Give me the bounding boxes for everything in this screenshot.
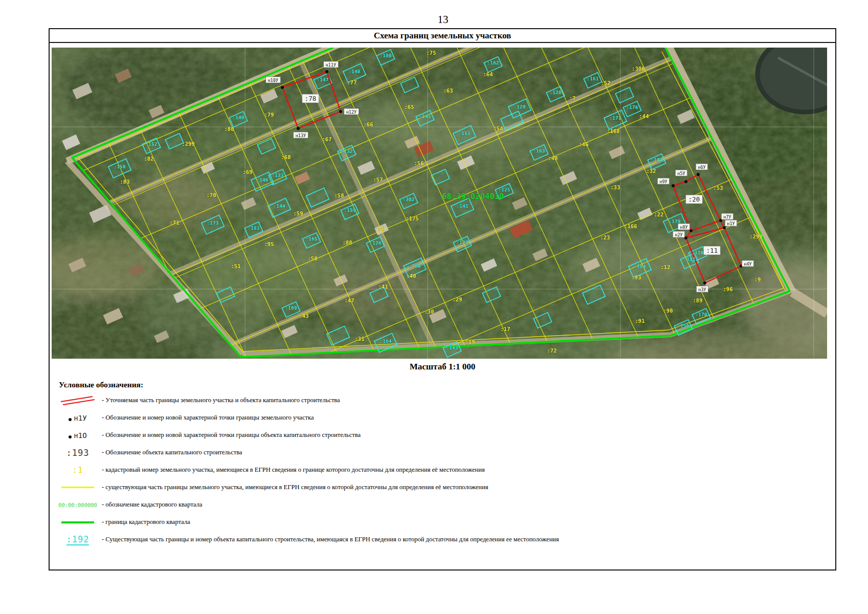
parcel-number-label: :32 bbox=[647, 168, 656, 174]
legend-item-text: - обозначение кадастрового квартала bbox=[99, 501, 202, 509]
point-dot-icon bbox=[69, 418, 72, 421]
parcel-number-label: :95 bbox=[264, 241, 274, 247]
parcel-number-label: :63 bbox=[443, 87, 453, 94]
legend-row: - граница кадастрового квартала bbox=[57, 515, 827, 529]
parcel-number-label: :64 bbox=[483, 71, 493, 77]
building-number-label: :180 bbox=[380, 53, 392, 58]
scale-label: Масштаб 1:1 000 bbox=[50, 362, 835, 372]
building-number-label: :145 bbox=[419, 114, 431, 119]
parcel-number-label: :7 bbox=[569, 95, 576, 101]
parcel-number-label: :82 bbox=[144, 156, 154, 162]
building-number-label: :184 bbox=[634, 264, 646, 269]
parcel-number-label: :80 bbox=[225, 126, 234, 132]
text-dark-symbol: :193 bbox=[57, 448, 99, 458]
parcel-number-label: :83 bbox=[120, 179, 130, 185]
legend-item-text: - Обозначение и номер новой характерной … bbox=[99, 431, 361, 439]
parcel-number-label: :75 bbox=[427, 50, 436, 56]
parcel-number-label: :72 bbox=[547, 347, 557, 354]
parcel-number-label: :22 bbox=[654, 211, 664, 217]
text-cyan-symbol: :192 bbox=[57, 534, 99, 545]
legend-header: Условные обозначения: bbox=[59, 380, 143, 389]
parcel-number-label: :298 bbox=[749, 233, 762, 239]
legend-item-text: - Обозначение и номер новой характерной … bbox=[99, 414, 314, 422]
parcel-number-label: :4 bbox=[377, 226, 384, 232]
building-number-label: :171 bbox=[610, 115, 621, 121]
parcel-number-label: :59 bbox=[294, 210, 303, 216]
document-page: 13 Схема границ земельных участков bbox=[0, 0, 868, 614]
building-number-label: :128 bbox=[550, 90, 562, 95]
parcel-number-label: :47 bbox=[345, 297, 354, 303]
building-number-label: :156 bbox=[678, 323, 689, 328]
building-number-label: :159 bbox=[344, 207, 356, 213]
parcel-number-label: :17 bbox=[501, 326, 510, 332]
parcel-number-label: :53 bbox=[714, 185, 723, 191]
building-number-label: :153 bbox=[459, 130, 471, 136]
legend-item-text: - граница кадастрового квартала bbox=[99, 518, 190, 526]
parcel-number-label: :67 bbox=[322, 136, 332, 142]
parcel-number-label: :58 bbox=[335, 192, 344, 199]
point-number-label: н10У bbox=[268, 78, 278, 83]
legend-item-text: - Существующая часть границы и номер объ… bbox=[99, 536, 559, 543]
parcel-number-label: :70 bbox=[207, 192, 216, 198]
parcel-number-label: :88 bbox=[343, 239, 352, 246]
red-parcel-number-label: :11 bbox=[706, 247, 718, 254]
parcel-number-label: :30 bbox=[425, 309, 434, 315]
parcel-number-label: :12 bbox=[661, 264, 671, 270]
building-number-label: :160 bbox=[409, 263, 421, 269]
building-number-label: :133 bbox=[272, 172, 284, 178]
legend-row: :193- Обозначение объекта капитального с… bbox=[57, 446, 827, 459]
page-number: 13 bbox=[49, 13, 837, 26]
point-number-label: н5У bbox=[677, 171, 685, 176]
building-number-label: :129 bbox=[514, 104, 526, 109]
legend-row: - существующая часть границы земельного … bbox=[57, 480, 827, 494]
parcel-number-label: :69 bbox=[243, 169, 253, 175]
building-number-label: :126 bbox=[370, 240, 382, 246]
point-number-label: н8У bbox=[680, 225, 687, 230]
parcel-number-label: :57 bbox=[373, 177, 383, 183]
parcel-number-label: :79 bbox=[264, 112, 274, 118]
parcel-number-label: :50 bbox=[308, 255, 318, 261]
yellow-line-symbol bbox=[57, 487, 99, 488]
legend-row: н1О- Обозначение и номер новой характерн… bbox=[57, 428, 827, 442]
parcel-number-label: :66 bbox=[364, 121, 373, 127]
building-number-label: :144 bbox=[274, 203, 285, 209]
building-number-label: :169 bbox=[285, 305, 297, 311]
text-green-symbol: 00:00:000000 bbox=[57, 502, 99, 508]
cadastral-map: :75:79:80:299:82:83:68:69:70:71:67:66:65… bbox=[52, 48, 827, 359]
green-line-symbol bbox=[57, 521, 99, 523]
document-frame: Схема границ земельных участков bbox=[49, 28, 836, 571]
building-number-label: :165 bbox=[306, 236, 318, 242]
parcel-number-label: :51 bbox=[231, 263, 241, 269]
point-number-label: н13У bbox=[296, 133, 306, 138]
building-number-label: :110 bbox=[692, 250, 704, 255]
legend-item-text: - существующая часть границы земельного … bbox=[99, 484, 488, 491]
building-number-label: :173 bbox=[207, 220, 219, 226]
point-number-label: н1У bbox=[727, 221, 735, 226]
building-number-label: :123 bbox=[457, 239, 469, 245]
parcel-number-label: :48 bbox=[548, 155, 558, 161]
legend-row: н1У- Обозначение и номер новой характерн… bbox=[57, 411, 827, 425]
building-number-label: :149 bbox=[233, 115, 244, 120]
red-line-symbol bbox=[57, 395, 99, 406]
building-number-label: :148 bbox=[349, 69, 361, 74]
parcel-number-label: :90 bbox=[663, 308, 673, 314]
point-number-label: н3У bbox=[698, 287, 706, 292]
page-title: Схема границ земельных участков bbox=[50, 29, 835, 43]
building-number-label: :163 bbox=[533, 148, 545, 154]
point-symbol: н1О bbox=[57, 431, 99, 440]
parcel-number-label: :77 bbox=[347, 79, 357, 85]
parcel-number-label: :9 bbox=[754, 276, 761, 282]
building-number-label: :302 bbox=[403, 196, 415, 202]
parcel-number-label: :68 bbox=[281, 154, 291, 160]
parcel-number-label: :175 bbox=[406, 215, 418, 222]
point-number-label: н11У bbox=[326, 62, 336, 68]
building-number-label: :152 bbox=[146, 141, 158, 147]
legend-item-text: - Уточняемая часть границы земельного уч… bbox=[99, 397, 340, 404]
building-number-label: :146 bbox=[257, 177, 269, 183]
point-number-label: н2У bbox=[675, 232, 682, 237]
map-container: :75:79:80:299:82:83:68:69:70:71:67:66:65… bbox=[52, 48, 827, 359]
parcel-number-label: :300 bbox=[632, 65, 644, 72]
parcel-number-label: :40 bbox=[407, 273, 416, 279]
legend-row: :1- кадастровый номер земельного участка… bbox=[57, 463, 827, 477]
building-number-label: :174 bbox=[651, 157, 663, 163]
